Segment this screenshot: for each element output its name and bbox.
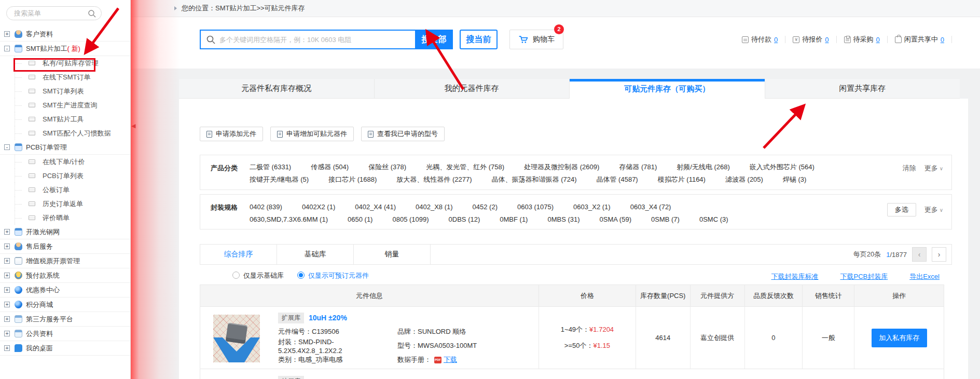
package-chip[interactable]: 0603_X2 (1) [573, 203, 611, 211]
expand-icon[interactable]: - [4, 144, 10, 150]
sidebar-item[interactable]: + 开激光钢网 [0, 225, 130, 239]
sidebar-item[interactable]: SMT贴片工具 [0, 112, 130, 126]
sidebar-item[interactable]: + 增值税票开票管理 [0, 254, 130, 268]
status-value[interactable]: 0 [876, 36, 880, 44]
prev-page-button[interactable]: ‹ [912, 247, 927, 262]
component-search-input[interactable] [219, 36, 415, 44]
category-chip[interactable]: 接口芯片 (1688) [328, 175, 377, 184]
sidebar-item[interactable]: + 第三方服务平台 [0, 312, 130, 327]
part-image[interactable] [213, 315, 260, 362]
expand-icon[interactable]: - [4, 46, 10, 51]
sidebar-item[interactable]: + 我的桌面 [0, 341, 130, 356]
package-chip[interactable]: 0402X2 (1) [302, 203, 335, 211]
package-chip[interactable]: 0630,SMD,7.3X6.6MM (1) [250, 215, 328, 223]
package-chip[interactable]: 0650 (1) [348, 215, 372, 223]
inventory-tab[interactable]: 元器件私有库存概况 [179, 79, 375, 99]
inventory-tab[interactable]: 我的元器件库存 [375, 79, 570, 99]
category-chip[interactable]: 晶体管 (4587) [597, 175, 638, 184]
inventory-tab[interactable]: 可贴元件库存（可购买） [570, 79, 765, 99]
sidebar-item[interactable]: - PCB订单管理 [0, 140, 130, 155]
sidebar-item[interactable]: + 公共资料 [0, 327, 130, 341]
download-link[interactable]: 导出Excel [909, 272, 940, 281]
expand-icon[interactable]: + [4, 302, 10, 307]
category-chip[interactable]: 焊锡 (3) [783, 175, 807, 184]
radio-base-lib[interactable]: 仅显示基础库 [232, 271, 284, 280]
datasheet-download-link[interactable]: 下载 [444, 355, 457, 364]
sidebar-item[interactable]: 公板订单 [0, 183, 130, 197]
sidebar-item[interactable]: + 优惠券中心 [0, 283, 130, 297]
radio-selected-icon[interactable] [297, 272, 305, 279]
sidebar-item[interactable]: 私有/可贴库存管理 [0, 56, 130, 70]
sidebar-item[interactable]: + 客户资料 [0, 27, 130, 42]
package-chip[interactable]: 0MBS (31) [547, 215, 579, 223]
sidebar-item[interactable]: 在线下单/计价 [0, 155, 130, 169]
status-value[interactable]: 0 [825, 36, 829, 44]
sidebar-item[interactable]: SMT匹配个人习惯数据 [0, 126, 130, 140]
category-chip[interactable]: 保险丝 (378) [368, 163, 406, 172]
category-chip[interactable]: 传感器 (504) [311, 163, 349, 172]
expand-icon[interactable]: + [4, 243, 10, 249]
category-chip[interactable]: 光耦、发光管、红外 (758) [426, 163, 504, 172]
package-chip[interactable]: 0603 (1075) [517, 203, 554, 211]
expand-icon[interactable]: + [4, 258, 10, 264]
expand-icon[interactable]: + [4, 331, 10, 336]
multi-select-button[interactable]: 多选 [887, 203, 916, 216]
expand-icon[interactable]: + [4, 229, 10, 235]
sort-tab[interactable]: 综合排序 [200, 245, 277, 264]
more-packages-button[interactable]: 更多∨ [924, 205, 943, 214]
sort-tab[interactable]: 销量 [354, 245, 431, 264]
sidebar-item[interactable]: 评价晒单 [0, 211, 130, 225]
category-chip[interactable]: 模拟芯片 (1164) [658, 175, 706, 184]
category-chip[interactable]: 处理器及微控制器 (2609) [524, 163, 599, 172]
category-chip[interactable]: 存储器 (781) [619, 163, 657, 172]
category-chip[interactable]: 滤波器 (205) [725, 175, 763, 184]
sidebar-item[interactable]: + 预付款系统 [0, 268, 130, 283]
part-title-link[interactable]: 10uH ±20% [309, 314, 347, 322]
package-chip[interactable]: 0452 (2) [473, 203, 498, 211]
sidebar-item[interactable]: PCB订单列表 [0, 169, 130, 183]
sidebar-search-input[interactable] [14, 9, 86, 17]
expand-icon[interactable]: + [4, 316, 10, 322]
package-chip[interactable]: 0805 (1099) [392, 215, 429, 223]
status-counter[interactable]: 待报价 0 [793, 35, 829, 44]
sidebar-item[interactable]: SMT生产进度查询 [0, 98, 130, 112]
inventory-tab[interactable]: 闲置共享库存 [765, 79, 960, 99]
sidebar-collapse-icon[interactable]: ◀ [131, 123, 135, 129]
package-chip[interactable]: 0SMC (3) [699, 215, 728, 223]
package-chip[interactable]: 0DBS (12) [449, 215, 480, 223]
expand-icon[interactable]: + [4, 31, 10, 37]
status-counter[interactable]: 待采购 0 [844, 35, 880, 44]
radio-orderable-parts[interactable]: 仅显示可预订元器件 [297, 271, 369, 280]
package-chip[interactable]: 0402_X8 (1) [416, 203, 453, 211]
package-chip[interactable]: 0SMB (7) [651, 215, 680, 223]
expand-icon[interactable]: + [4, 287, 10, 293]
status-value[interactable]: 0 [941, 36, 944, 44]
category-chip[interactable]: 射频/无线电 (268) [677, 163, 730, 172]
sidebar-item[interactable]: 历史订单返单 [0, 197, 130, 211]
sidebar-item[interactable]: SMT订单列表 [0, 84, 130, 98]
category-chip[interactable]: 按键开关/继电器 (5) [250, 175, 309, 184]
status-counter[interactable]: 闲置共享中 0 [895, 35, 944, 44]
download-link[interactable]: 下载PCB封装库 [840, 272, 888, 281]
search-all-button[interactable]: 搜全部 [415, 30, 453, 49]
sidebar-item[interactable]: 在线下SMT订单 [0, 70, 130, 84]
next-page-button[interactable]: › [932, 247, 946, 262]
sidebar-search[interactable] [6, 6, 102, 20]
expand-icon[interactable]: + [4, 345, 10, 351]
search-current-button[interactable]: 搜当前 [460, 30, 498, 49]
more-categories-button[interactable]: 更多∨ [924, 164, 943, 173]
package-chip[interactable]: 0603_X4 (72) [630, 203, 671, 211]
category-chip[interactable]: 晶体、振荡器和谐振器 (724) [492, 175, 577, 184]
sidebar-item[interactable]: + 售后服务 [0, 239, 130, 254]
package-chip[interactable]: 0402 (839) [250, 203, 282, 211]
package-chip[interactable]: 0402_X4 (41) [355, 203, 396, 211]
apply-button[interactable]: 查看我已申请的型号 [361, 127, 445, 141]
radio-icon[interactable] [232, 272, 240, 279]
sidebar-item[interactable]: + 积分商城 [0, 297, 130, 312]
clear-filter-button[interactable]: 清除 [903, 164, 916, 173]
sidebar-item[interactable]: - SMT贴片加工 ( 新) [0, 42, 130, 56]
sort-tab[interactable]: 基础库 [277, 245, 354, 264]
download-link[interactable]: 下载封装库标准 [771, 272, 818, 281]
apply-button[interactable]: 申请添加元件 [200, 127, 263, 141]
package-chip[interactable]: 0SMA (59) [600, 215, 631, 223]
